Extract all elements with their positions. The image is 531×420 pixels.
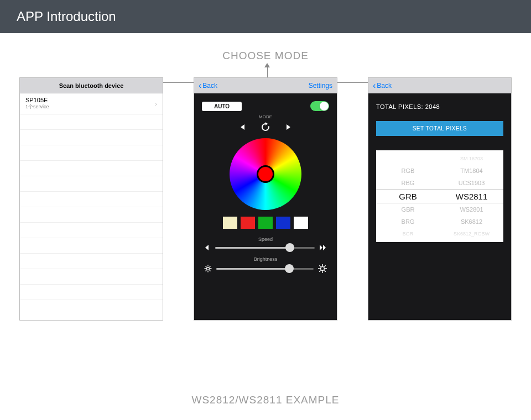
page-header: APP Introduction [0, 0, 531, 33]
picker-col-order: RGB [376, 167, 440, 174]
svg-line-6 [210, 270, 210, 271]
example-label: WS2812/WS2811 EXAMPLE [191, 394, 339, 406]
power-toggle[interactable] [310, 101, 329, 111]
picker-row[interactable]: BRGSK6812 [376, 216, 503, 228]
picker-col-order: BRG [376, 218, 440, 225]
list-item [20, 238, 163, 254]
settings-button[interactable]: Settings [309, 82, 332, 90]
nav-bar: Back Settings [194, 78, 337, 93]
picker-col-order: BGR [376, 231, 440, 237]
chevron-right-icon: › [155, 101, 157, 107]
picker-row[interactable]: SM 16703 [376, 153, 503, 165]
speed-slider[interactable] [215, 247, 315, 249]
list-item [20, 207, 163, 223]
device-sub: 1个service [25, 103, 49, 111]
next-mode-icon[interactable] [285, 123, 292, 131]
svg-point-0 [207, 267, 210, 270]
color-swatch[interactable] [258, 217, 273, 229]
picker-row[interactable]: GRBWS2811 [376, 189, 503, 203]
screen-settings: Back TOTAL PIXELS: 2048 SET TOTAL PIXELS… [368, 77, 512, 321]
brightness-label: Brightness [202, 256, 329, 262]
picker-col-order: RBG [376, 180, 440, 186]
svg-line-8 [210, 266, 210, 267]
ic-picker[interactable]: SM 16703RGBTM1804RBGUCS1903GRBWS2811GBRW… [376, 150, 503, 242]
nav-title: Scan bluetooth device [20, 82, 163, 89]
prev-mode-icon[interactable] [239, 123, 246, 131]
picker-row[interactable]: GBRWS2801 [376, 203, 503, 216]
svg-line-7 [206, 270, 206, 271]
picker-col-ic: SM 16703 [440, 156, 503, 161]
back-button[interactable]: Back [199, 81, 217, 91]
picker-col-order: GBR [376, 206, 440, 213]
svg-line-5 [206, 266, 206, 267]
svg-line-16 [320, 271, 320, 271]
picker-row[interactable]: RBGUCS1903 [376, 177, 503, 189]
list-item [20, 254, 163, 269]
back-button[interactable]: Back [373, 81, 392, 91]
picker-row[interactable]: BGRSK6812_RGBW [376, 228, 503, 240]
screen-scan: Scan bluetooth device SP105E 1个service › [19, 77, 163, 321]
svg-point-9 [321, 267, 325, 271]
refresh-icon[interactable] [260, 122, 271, 133]
list-item [20, 176, 163, 192]
list-item [20, 145, 163, 161]
picker-col-ic: WS2811 [440, 192, 503, 201]
set-pixels-button[interactable]: SET TOTAL PIXELS [376, 121, 503, 136]
list-item [20, 130, 163, 145]
nav-bar: Scan bluetooth device [20, 78, 163, 93]
fast-icon[interactable] [319, 244, 327, 251]
svg-line-15 [325, 271, 325, 271]
svg-line-17 [325, 266, 325, 266]
chevron-left-icon [373, 81, 376, 91]
list-item [20, 114, 163, 130]
auto-button[interactable]: AUTO [202, 102, 242, 111]
brightness-high-icon[interactable] [318, 264, 327, 273]
picker-col-ic: SK6812 [440, 218, 503, 225]
mode-label: MODE [202, 114, 329, 119]
total-pixels-label: TOTAL PIXELS: 2048 [376, 103, 503, 110]
device-name: SP105E [25, 97, 49, 103]
picker-row[interactable]: RGBTM1804 [376, 165, 503, 177]
device-list-item[interactable]: SP105E 1个service › [20, 93, 163, 114]
picker-col-ic: SK6812_RGBW [440, 231, 503, 237]
speed-label: Speed [202, 237, 329, 242]
list-item [20, 223, 163, 238]
color-swatch[interactable] [294, 217, 308, 229]
choose-mode-label: CHOOSE MODE [222, 50, 309, 62]
color-swatch[interactable] [223, 217, 237, 229]
slow-icon[interactable] [204, 244, 211, 251]
screen-control: Back Settings AUTO MODE Speed [194, 77, 337, 321]
color-swatch[interactable] [276, 217, 290, 229]
page-title: APP Introduction [17, 9, 116, 24]
color-swatch[interactable] [241, 217, 255, 229]
picker-col-ic: TM1804 [440, 167, 503, 174]
svg-line-14 [320, 266, 320, 266]
list-item [20, 161, 163, 176]
brightness-low-icon[interactable] [204, 265, 212, 272]
brightness-slider[interactable] [216, 268, 314, 270]
list-item [20, 192, 163, 207]
nav-bar: Back [368, 78, 511, 93]
list-item [20, 269, 163, 285]
list-item [20, 285, 163, 300]
picker-col-ic: WS2801 [440, 206, 503, 213]
picker-col-order: GRB [376, 192, 440, 201]
chevron-left-icon [199, 81, 201, 91]
color-wheel[interactable] [230, 138, 301, 210]
picker-col-ic: UCS1903 [440, 180, 503, 186]
